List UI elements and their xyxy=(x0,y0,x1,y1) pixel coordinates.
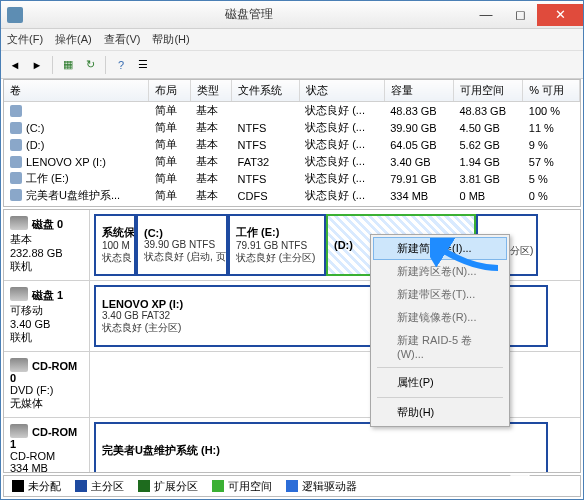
volume-row[interactable]: (D:)简单基本NTFS状态良好 (...64.05 GB5.62 GB9 % xyxy=(4,136,580,153)
toolbar-icon[interactable]: ▦ xyxy=(58,55,78,75)
disk-icon xyxy=(10,287,28,301)
volume-icon xyxy=(10,172,22,184)
context-menu-item: 新建 RAID-5 卷(W)... xyxy=(373,329,507,364)
partition[interactable]: 工作 (E:)79.91 GB NTFS状态良好 (主分区) xyxy=(228,214,326,276)
close-button[interactable]: ✕ xyxy=(537,4,583,26)
refresh-button[interactable]: ↻ xyxy=(80,55,100,75)
menu-file[interactable]: 文件(F) xyxy=(7,32,43,47)
window-title: 磁盘管理 xyxy=(29,6,469,23)
partition[interactable]: 系统保100 M状态良 xyxy=(94,214,136,276)
volume-row[interactable]: (C:)简单基本NTFS状态良好 (...39.90 GB4.50 GB11 % xyxy=(4,119,580,136)
legend-item: 可用空间 xyxy=(212,479,272,494)
context-menu-item: 新建镜像卷(R)... xyxy=(373,306,507,329)
context-menu-item: 新建跨区卷(N)... xyxy=(373,260,507,283)
volume-icon xyxy=(10,206,22,207)
menu-bar: 文件(F) 操作(A) 查看(V) 帮助(H) xyxy=(1,29,583,51)
volume-table: 卷布局类型文件系统状态容量可用空间% 可用 简单基本状态良好 (...48.83… xyxy=(4,80,580,207)
legend-bar: 未分配主分区扩展分区可用空间逻辑驱动器 xyxy=(3,475,581,497)
list-view-button[interactable]: ☰ xyxy=(133,55,153,75)
partition[interactable]: (C:)39.90 GB NTFS状态良好 (启动, 页面 xyxy=(136,214,228,276)
watermark-text: 系统之家 xyxy=(534,477,578,492)
disk-header[interactable]: CD-ROM 1CD-ROM334 MB xyxy=(4,418,90,473)
context-menu: 新建简单卷(I)...新建跨区卷(N)...新建带区卷(T)...新建镜像卷(R… xyxy=(370,234,510,427)
column-header[interactable]: 文件系统 xyxy=(232,80,300,102)
volume-row[interactable]: 工作 (E:)简单基本NTFS状态良好 (...79.91 GB3.81 GB5… xyxy=(4,170,580,187)
volume-list-panel[interactable]: 卷布局类型文件系统状态容量可用空间% 可用 简单基本状态良好 (...48.83… xyxy=(3,79,581,207)
disk-icon xyxy=(10,216,28,230)
menu-action[interactable]: 操作(A) xyxy=(55,32,92,47)
legend-item: 逻辑驱动器 xyxy=(286,479,357,494)
help-button[interactable]: ? xyxy=(111,55,131,75)
volume-row[interactable]: 系统保留简单基本NTFS状态良好 (...100 MB61 MB61 % xyxy=(4,204,580,207)
volume-icon xyxy=(10,105,22,117)
toolbar: ◄ ► ▦ ↻ ? ☰ xyxy=(1,51,583,79)
legend-item: 扩展分区 xyxy=(138,479,198,494)
disk-header[interactable]: 磁盘 0基本232.88 GB联机 xyxy=(4,210,90,280)
column-header[interactable]: 类型 xyxy=(190,80,231,102)
volume-icon xyxy=(10,189,22,201)
context-menu-help[interactable]: 帮助(H) xyxy=(373,401,507,424)
disk-icon xyxy=(10,358,28,372)
volume-icon xyxy=(10,139,22,151)
disk-header[interactable]: 磁盘 1可移动3.40 GB联机 xyxy=(4,281,90,351)
column-header[interactable]: 布局 xyxy=(149,80,190,102)
app-icon xyxy=(7,7,23,23)
volume-icon xyxy=(10,156,22,168)
watermark-icon xyxy=(510,474,530,494)
context-menu-item: 新建带区卷(T)... xyxy=(373,283,507,306)
minimize-button[interactable]: — xyxy=(469,4,503,26)
column-header[interactable]: 容量 xyxy=(384,80,453,102)
forward-button[interactable]: ► xyxy=(27,55,47,75)
maximize-button[interactable]: ◻ xyxy=(503,4,537,26)
volume-row[interactable]: LENOVO XP (I:)简单基本FAT32状态良好 (...3.40 GB1… xyxy=(4,153,580,170)
menu-view[interactable]: 查看(V) xyxy=(104,32,141,47)
disk-icon xyxy=(10,424,28,438)
volume-icon xyxy=(10,122,22,134)
column-header[interactable]: 卷 xyxy=(4,80,149,102)
legend-item: 未分配 xyxy=(12,479,61,494)
column-header[interactable]: 状态 xyxy=(299,80,384,102)
disk-header[interactable]: CD-ROM 0DVD (F:)无媒体 xyxy=(4,352,90,417)
context-menu-item[interactable]: 新建简单卷(I)... xyxy=(373,237,507,260)
legend-item: 主分区 xyxy=(75,479,124,494)
volume-row[interactable]: 完美者U盘维护系...简单基本CDFS状态良好 (...334 MB0 MB0 … xyxy=(4,187,580,204)
column-header[interactable]: % 可用 xyxy=(523,80,580,102)
partition[interactable]: 完美者U盘维护系统 (H:) xyxy=(94,422,548,473)
column-header[interactable]: 可用空间 xyxy=(454,80,523,102)
watermark: 系统之家 xyxy=(510,474,578,494)
menu-help[interactable]: 帮助(H) xyxy=(152,32,189,47)
back-button[interactable]: ◄ xyxy=(5,55,25,75)
context-menu-properties[interactable]: 属性(P) xyxy=(373,371,507,394)
title-bar[interactable]: 磁盘管理 — ◻ ✕ xyxy=(1,1,583,29)
volume-row[interactable]: 简单基本状态良好 (...48.83 GB48.83 GB100 % xyxy=(4,102,580,120)
